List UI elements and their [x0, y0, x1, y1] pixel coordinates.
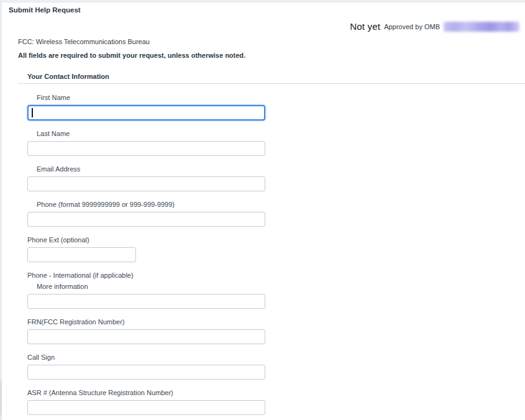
omb-control-number-redacted: [444, 22, 519, 32]
last-name-label: Last Name: [27, 130, 276, 138]
field-last-name: Last Name: [27, 130, 276, 156]
last-name-input[interactable]: [27, 141, 265, 156]
call-sign-input[interactable]: [27, 365, 265, 380]
email-input[interactable]: [27, 176, 265, 191]
frn-input[interactable]: [27, 329, 265, 344]
first-name-input-wrap: [27, 105, 265, 121]
frn-input-wrap: [27, 329, 265, 344]
bureau-name: FCC: Wireless Telecommunications Bureau: [18, 38, 150, 46]
phone-international-more-information-label: More information: [27, 283, 276, 291]
section-divider: [18, 83, 525, 84]
email-input-wrap: [27, 176, 265, 191]
call-sign-input-wrap: [27, 365, 265, 380]
left-edge-strip: [0, 0, 2, 420]
last-name-input-wrap: [27, 141, 265, 156]
contact-information-form: First NameLast NameEmail AddressPhone (f…: [27, 94, 276, 420]
field-frn: FRN(FCC Registration Number): [27, 318, 276, 344]
asr-input[interactable]: [27, 400, 265, 415]
first-name-input[interactable]: [27, 105, 265, 121]
field-phone-ext: Phone Ext (optional): [27, 236, 276, 262]
phone-ext-label: Phone Ext (optional): [27, 236, 276, 244]
call-sign-label: Call Sign: [27, 354, 276, 362]
phone-international-input-wrap: [27, 294, 265, 309]
field-first-name: First Name: [27, 94, 276, 121]
asr-input-wrap: [27, 400, 265, 415]
phone-ext-input[interactable]: [27, 247, 136, 262]
phone-label: Phone (format 9999999999 or 999-999-9999…: [27, 201, 276, 209]
field-email: Email Address: [27, 165, 276, 191]
first-name-label: First Name: [27, 94, 276, 102]
field-call-sign: Call Sign: [27, 354, 276, 380]
required-fields-note: All fields are required to submit your r…: [18, 52, 245, 60]
phone-international-label: Phone - International (if applicable): [27, 272, 276, 280]
field-phone: Phone (format 9999999999 or 999-999-9999…: [27, 201, 276, 227]
phone-input[interactable]: [27, 212, 265, 227]
phone-input-wrap: [27, 212, 265, 227]
top-border: [0, 0, 525, 2]
field-phone-international: Phone - International (if applicable)Mor…: [27, 272, 276, 309]
omb-not-yet-text: Not yet: [350, 21, 380, 32]
page-title: Submit Help Request: [9, 6, 81, 14]
omb-approved-by-text: Approved by OMB: [384, 23, 440, 30]
phone-international-input[interactable]: [27, 294, 265, 309]
field-asr: ASR # (Antenna Structure Registration Nu…: [27, 389, 276, 415]
section-title-contact-information: Your Contact Information: [27, 73, 109, 81]
omb-approval-notice: Not yet Approved by OMB: [350, 21, 519, 32]
text-cursor: [32, 108, 33, 117]
frn-label: FRN(FCC Registration Number): [27, 318, 276, 326]
asr-label: ASR # (Antenna Structure Registration Nu…: [27, 389, 276, 397]
phone-ext-input-wrap: [27, 247, 136, 262]
email-label: Email Address: [27, 165, 276, 173]
